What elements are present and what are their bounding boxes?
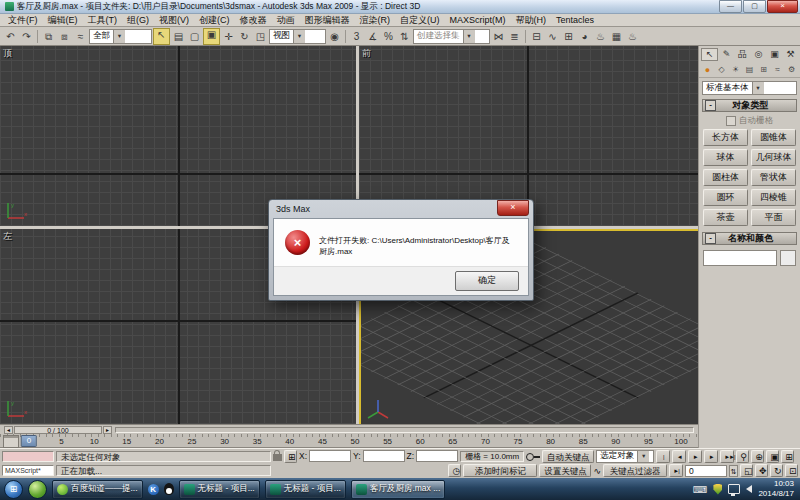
tab-modify[interactable]: ✎ [719, 48, 734, 61]
lights-category-icon[interactable]: ☀ [729, 65, 742, 74]
tab-create[interactable]: ↖ [701, 48, 718, 61]
cameras-category-icon[interactable]: ▤ [743, 65, 756, 74]
tab-motion[interactable]: ◎ [751, 48, 766, 61]
name-color-rollout[interactable]: - 名称和颜色 [702, 232, 797, 245]
arc-rotate-icon[interactable]: ↻ [770, 464, 783, 477]
snap-toggle-3d-icon[interactable]: 3 [349, 29, 364, 44]
close-button[interactable]: × [767, 0, 798, 13]
spacewarps-category-icon[interactable]: ≈ [771, 65, 784, 74]
rectangular-selection-icon[interactable]: ▢ [187, 29, 202, 44]
plane-button[interactable]: 平面 [751, 209, 796, 226]
selection-set-dropdown[interactable]: 选定对象 ▼ [596, 450, 654, 463]
tab-hierarchy[interactable]: 品 [735, 48, 750, 61]
next-frame-button[interactable]: ► [704, 450, 718, 463]
play-button[interactable]: ► [688, 450, 702, 463]
menu-tentacles[interactable]: Tentacles [551, 15, 599, 25]
zoom-icon[interactable]: ⚲ [736, 450, 749, 463]
menu-graph-editors[interactable]: 图形编辑器 [300, 14, 355, 27]
menu-file[interactable]: 文件(F) [3, 14, 43, 27]
maximize-viewport-toggle-icon[interactable]: ⊡ [785, 464, 798, 477]
menu-edit[interactable]: 编辑(E) [43, 14, 83, 27]
dialog-close-button[interactable]: × [497, 200, 529, 216]
spinner-snap-icon[interactable]: ⇅ [397, 29, 412, 44]
maximize-button[interactable]: ▢ [743, 0, 766, 13]
select-object-icon[interactable]: ↖ [153, 28, 170, 45]
add-time-tag-button[interactable]: 添加时间标记 [463, 464, 537, 477]
select-move-icon[interactable]: ✛ [221, 29, 236, 44]
torus-button[interactable]: 圆环 [703, 189, 748, 206]
time-slider-track[interactable] [115, 427, 694, 433]
maxscript-listener-field[interactable]: MAXScript* [2, 465, 54, 476]
menu-views[interactable]: 视图(V) [154, 14, 194, 27]
minimize-button[interactable]: — [719, 0, 742, 13]
rendered-frame-icon[interactable]: ▦ [609, 29, 624, 44]
tube-button[interactable]: 管状体 [751, 169, 796, 186]
primitive-type-dropdown[interactable]: 标准基本体 ▼ [702, 81, 797, 95]
mirror-icon[interactable]: ⋈ [491, 29, 506, 44]
layer-manager-icon[interactable]: ⊟ [529, 29, 544, 44]
auto-key-button[interactable]: 自动关键点 [542, 450, 594, 463]
y-coordinate-field[interactable] [363, 450, 405, 462]
undo-icon[interactable]: ↶ [3, 29, 18, 44]
previous-frame-button[interactable]: ◄ [672, 450, 686, 463]
selection-filter-dropdown[interactable]: 全部 ▼ [89, 29, 152, 44]
volume-icon[interactable] [746, 485, 752, 493]
zoom-extents-icon[interactable]: ▣ [766, 450, 779, 463]
curve-editor-icon[interactable]: ∿ [545, 29, 560, 44]
collapse-icon[interactable]: - [705, 233, 716, 244]
redo-icon[interactable]: ↷ [19, 29, 34, 44]
collapse-icon[interactable]: - [705, 100, 716, 111]
cylinder-button[interactable]: 圆柱体 [703, 169, 748, 186]
object-color-swatch[interactable] [780, 250, 796, 266]
menu-help[interactable]: 帮助(H) [511, 14, 552, 27]
mini-listener-icon[interactable] [3, 435, 19, 448]
menu-animation[interactable]: 动画 [272, 14, 300, 27]
named-selection-set-dropdown[interactable]: 创建选择集 ▼ [413, 29, 490, 44]
shapes-category-icon[interactable]: ◇ [715, 65, 728, 74]
select-link-icon[interactable]: ⧉ [41, 29, 56, 44]
security-shield-icon[interactable] [713, 484, 722, 495]
zoom-all-icon[interactable]: ⊕ [751, 450, 764, 463]
chevron-down-icon[interactable]: ▼ [293, 30, 305, 43]
material-editor-icon[interactable]: ◕ [577, 29, 592, 44]
go-to-start-button[interactable]: |◄◄ [656, 450, 670, 463]
tab-utilities[interactable]: ⚒ [783, 48, 798, 61]
macro-recorder-field[interactable] [2, 451, 54, 462]
systems-category-icon[interactable]: ⚙ [785, 65, 798, 74]
menu-create[interactable]: 创建(C) [194, 14, 235, 27]
key-filters-button[interactable]: 关键点过滤器 [603, 464, 667, 477]
zoom-extents-all-icon[interactable]: ⊞ [781, 450, 794, 463]
next-key-button[interactable]: ►| [669, 464, 683, 477]
unlink-icon[interactable]: ⧈ [57, 29, 72, 44]
use-pivot-center-icon[interactable]: ◉ [327, 29, 342, 44]
object-type-rollout[interactable]: - 对象类型 [702, 99, 797, 112]
quick-render-icon[interactable]: ♨ [625, 29, 640, 44]
pyramid-button[interactable]: 四棱锥 [751, 189, 796, 206]
set-key-button[interactable]: 设置关键点 [539, 464, 591, 477]
chevron-down-icon[interactable]: ▼ [113, 30, 125, 43]
time-slider-left-arrow[interactable]: ◄ [4, 426, 13, 434]
helpers-category-icon[interactable]: ⊞ [757, 65, 770, 74]
geosphere-button[interactable]: 几何球体 [751, 149, 796, 166]
frame-spinner[interactable]: ⇅ [729, 465, 738, 477]
viewport-front-label[interactable]: 前 [362, 47, 371, 60]
absolute-mode-icon[interactable]: ⊞ [284, 450, 297, 463]
dialog-title-bar[interactable]: 3ds Max × [273, 200, 529, 218]
render-setup-icon[interactable]: ♨ [593, 29, 608, 44]
network-icon[interactable] [728, 484, 740, 494]
pan-icon[interactable]: ✥ [755, 464, 768, 477]
autogrid-checkbox[interactable] [726, 116, 736, 126]
chevron-down-icon[interactable]: ▼ [463, 30, 475, 43]
region-zoom-icon[interactable]: ◱ [740, 464, 753, 477]
menu-rendering[interactable]: 渲染(R) [355, 14, 396, 27]
menu-customize[interactable]: 自定义(U) [395, 14, 445, 27]
tab-display[interactable]: ▣ [767, 48, 782, 61]
chevron-down-icon[interactable]: ▼ [637, 451, 649, 462]
box-button[interactable]: 长方体 [703, 129, 748, 146]
window-crossing-icon[interactable]: ▣ [203, 28, 220, 45]
ok-button[interactable]: 确定 [455, 271, 519, 291]
taskbar-max-window-2[interactable]: 无标题 - 项目... [265, 480, 346, 499]
object-name-field[interactable] [703, 250, 777, 266]
select-by-name-icon[interactable]: ▤ [171, 29, 186, 44]
menu-group[interactable]: 组(G) [122, 14, 154, 27]
